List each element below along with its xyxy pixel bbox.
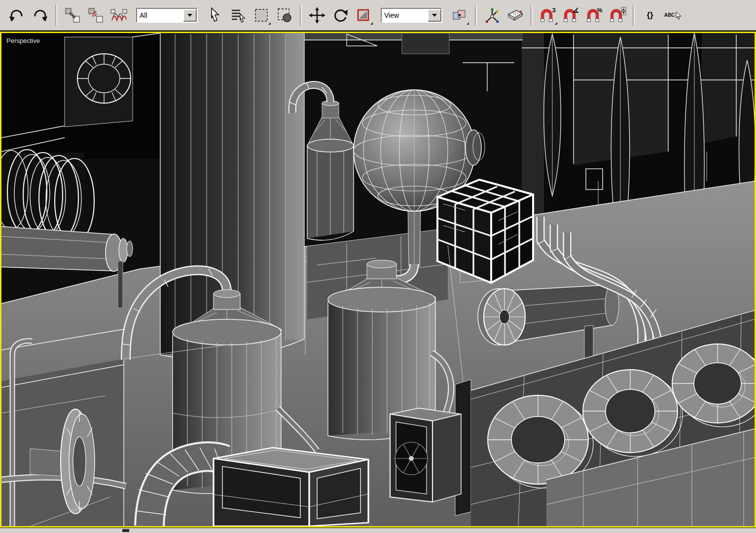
- track-bar-tick: [122, 529, 129, 532]
- select-object-icon: [206, 6, 224, 24]
- angle-glyph-icon: [574, 8, 578, 12]
- use-center-icon: [451, 6, 468, 24]
- toolbar-separator: [475, 5, 477, 26]
- magnet-icon: [541, 10, 553, 22]
- unlink-selection-icon: [87, 6, 105, 24]
- bind-to-space-warp-button[interactable]: [108, 4, 130, 26]
- unlink-selection-button[interactable]: [85, 4, 107, 26]
- window-crossing-toggle-button[interactable]: [274, 4, 295, 26]
- keyboard-shortcut-override-button[interactable]: [504, 4, 526, 26]
- fan-box[interactable]: [390, 408, 461, 502]
- undo-button[interactable]: [6, 4, 28, 26]
- select-and-rotate-icon: [331, 6, 349, 24]
- chevron-down-icon: [432, 14, 437, 17]
- percent-snap-toggle-button[interactable]: %: [583, 4, 605, 26]
- rectangular-selection-region-button[interactable]: [251, 4, 272, 26]
- select-and-move-icon: [308, 6, 326, 24]
- redo-button[interactable]: [29, 4, 51, 26]
- toolbar-separator: [633, 5, 635, 26]
- select-object-button[interactable]: [204, 4, 226, 26]
- track-bar-strip: [0, 528, 756, 533]
- braces-icon: {}: [647, 10, 653, 20]
- cursor-arrow-icon: [675, 11, 682, 19]
- select-by-name-button[interactable]: [227, 4, 249, 26]
- window-crossing-icon: [276, 6, 293, 24]
- named-selection-sets-button[interactable]: ABC: [662, 4, 684, 26]
- snap-3d-label: 3: [552, 6, 555, 14]
- rectangular-selection-region-icon: [252, 6, 270, 24]
- main-toolbar: All: [0, 0, 756, 31]
- select-and-manipulate-icon: [483, 6, 501, 24]
- toolbar-separator: [55, 5, 57, 26]
- select-and-move-button[interactable]: [306, 4, 328, 26]
- abc-label: ABC: [664, 12, 675, 18]
- select-and-uniform-scale-button[interactable]: [353, 4, 374, 26]
- reference-coordinate-system-combo[interactable]: View: [381, 8, 442, 23]
- angle-snap-toggle-button[interactable]: [560, 4, 582, 26]
- select-and-link-button[interactable]: [62, 4, 83, 26]
- chevron-down-icon: [187, 14, 192, 17]
- percent-snap-label: %: [597, 7, 603, 14]
- snap-toggle-3d-button[interactable]: 3: [537, 4, 559, 26]
- background-wall-left: [1, 33, 164, 159]
- selection-filter-combo[interactable]: All: [136, 8, 198, 23]
- lattice-cube[interactable]: [437, 180, 533, 283]
- combo-dropdown-button[interactable]: [183, 9, 197, 22]
- select-and-link-icon: [64, 6, 81, 24]
- viewport-canvas[interactable]: [1, 33, 755, 526]
- perspective-viewport[interactable]: Perspective: [0, 32, 756, 528]
- keyboard-icon: [506, 6, 524, 24]
- toolbar-separator: [531, 5, 533, 26]
- select-and-manipulate-button[interactable]: [481, 4, 503, 26]
- spinner-glyph-icon: [621, 7, 626, 15]
- select-and-rotate-button[interactable]: [329, 4, 351, 26]
- toolbar-separator: [300, 5, 302, 26]
- select-and-uniform-scale-icon: [355, 6, 372, 24]
- redo-icon: [31, 6, 49, 24]
- selection-filter-value: All: [137, 9, 183, 22]
- reference-coordinate-system-value: View: [382, 9, 428, 22]
- edit-named-selection-sets-button[interactable]: {}: [639, 4, 661, 26]
- bind-to-space-warp-icon: [110, 6, 128, 24]
- select-by-name-icon: [229, 6, 247, 24]
- viewport-label: Perspective: [6, 37, 40, 44]
- undo-icon: [8, 6, 26, 24]
- magnet-icon: [611, 10, 622, 22]
- spinner-snap-toggle-button[interactable]: [607, 4, 628, 26]
- combo-dropdown-button[interactable]: [428, 9, 441, 22]
- use-center-button[interactable]: [449, 4, 470, 26]
